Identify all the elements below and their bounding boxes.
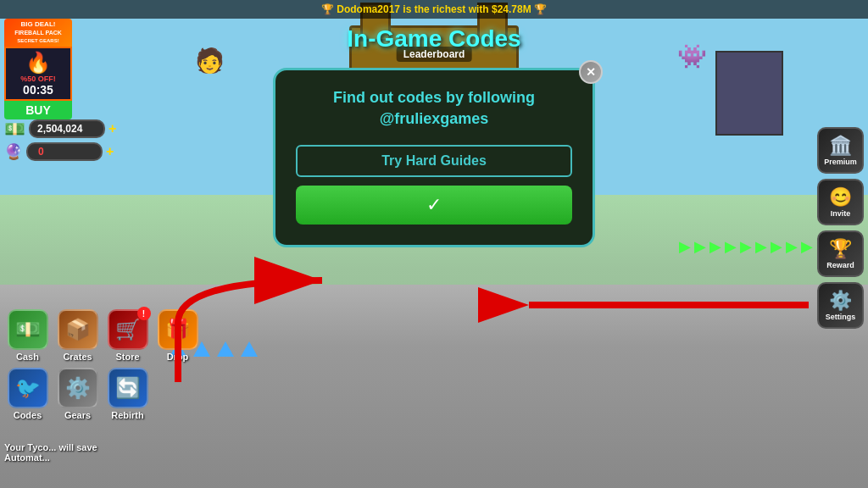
- deal-timer: 00:35: [23, 83, 53, 97]
- reward-icon: 🏆: [829, 238, 852, 260]
- codes-modal: ✕ Find out codes by following @fruliexga…: [273, 68, 595, 247]
- bottom-text-line2: Automat...: [4, 452, 97, 463]
- modal-close-button[interactable]: ✕: [579, 60, 603, 84]
- drop-button-icon: 🎁: [158, 309, 198, 350]
- arrow-2: ▶: [694, 237, 706, 256]
- crates-button[interactable]: 📦 Crates: [54, 307, 101, 362]
- store-button[interactable]: 🛒 ! Store: [104, 307, 151, 362]
- arrow-7: ▶: [771, 237, 782, 256]
- arrow-9: ▶: [801, 237, 813, 256]
- cash-row: 💵 2,504,024 +: [4, 119, 116, 139]
- drop-button-label: Drop: [167, 352, 189, 362]
- triangle-3: [217, 341, 234, 357]
- drop-button[interactable]: 🎁 Drop: [154, 307, 201, 362]
- deal-icon-area: 🔥 %50 OFF! 00:35: [4, 47, 72, 101]
- action-buttons-panel: 💵 Cash 📦 Crates 🛒 ! Store 🎁 Drop 🐦 Codes…: [4, 307, 201, 420]
- checkmark-icon: ✓: [426, 194, 442, 216]
- cash-bar: 2,504,024: [29, 119, 105, 138]
- arrow-4: ▶: [725, 237, 737, 256]
- reward-label: Reward: [826, 261, 854, 269]
- rebirth-button-label: Rebirth: [111, 410, 144, 420]
- currency-panel: 💵 2,504,024 + 🔮 0 +: [4, 119, 116, 161]
- invite-label: Invite: [831, 209, 851, 218]
- rebirth-button-icon: 🔄: [108, 368, 148, 408]
- ticker-text: 🏆 Dodoma2017 is the richest with $24.78M…: [321, 3, 547, 15]
- npc-enderman: 👾: [677, 42, 707, 70]
- arrow-6: ▶: [755, 237, 767, 256]
- codes-button-label: Codes: [14, 410, 42, 420]
- store-button-icon: 🛒 !: [108, 309, 148, 350]
- buy-button[interactable]: BUY: [4, 101, 72, 119]
- codes-button[interactable]: 🐦 Codes: [4, 365, 51, 420]
- npc-villager: 🧑: [195, 47, 225, 75]
- deal-banner: BIG DEAL! FIREBALL PACK SECRET GEARS!: [4, 19, 72, 47]
- building-right: [715, 51, 783, 136]
- bottom-text-line1: Your Tyco... will save: [4, 442, 97, 452]
- modal-description: Find out codes by following @fruliexgame…: [296, 87, 572, 130]
- reward-button[interactable]: 🏆 Reward: [817, 230, 864, 277]
- orb-value: 0: [38, 146, 44, 158]
- premium-label: Premium: [824, 158, 857, 166]
- cash-value: 2,504,024: [37, 123, 82, 135]
- invite-button[interactable]: 😊 Invite: [817, 179, 864, 225]
- crates-button-icon: 📦: [58, 309, 98, 350]
- orb-icon: 🔮: [4, 142, 23, 161]
- cash-plus-button[interactable]: +: [108, 121, 116, 136]
- code-input[interactable]: [296, 145, 572, 177]
- right-panel: 🏛️ Premium 😊 Invite 🏆 Reward ⚙️ Settings: [817, 127, 864, 329]
- arrow-3: ▶: [709, 237, 721, 256]
- gears-button-label: Gears: [64, 410, 91, 420]
- cash-button[interactable]: 💵 Cash: [4, 307, 51, 362]
- orb-row: 🔮 0 +: [4, 142, 116, 161]
- rebirth-button[interactable]: 🔄 Rebirth: [104, 365, 151, 420]
- settings-button[interactable]: ⚙️ Settings: [817, 282, 864, 329]
- orb-bar: 0: [26, 142, 103, 161]
- invite-icon: 😊: [829, 186, 852, 208]
- gears-button[interactable]: ⚙️ Gears: [54, 365, 101, 420]
- codes-button-icon: 🐦: [8, 368, 48, 408]
- arrows-decoration: ▶ ▶ ▶ ▶ ▶ ▶ ▶ ▶ ▶: [679, 237, 813, 256]
- triangle-4: [241, 341, 258, 357]
- crates-button-label: Crates: [63, 352, 92, 362]
- arrow-8: ▶: [786, 237, 798, 256]
- arrow-5: ▶: [740, 237, 752, 256]
- discount-label: %50 OFF!: [20, 75, 56, 83]
- deal-box[interactable]: BIG DEAL! FIREBALL PACK SECRET GEARS! 🔥 …: [4, 19, 72, 119]
- bottom-text: Your Tyco... will save Automat...: [4, 442, 97, 463]
- ticker-bar: 🏆 Dodoma2017 is the richest with $24.78M…: [0, 0, 868, 19]
- store-notification-badge: !: [137, 307, 151, 320]
- settings-icon: ⚙️: [829, 290, 852, 312]
- submit-code-button[interactable]: ✓: [296, 186, 572, 225]
- codes-title: In-Game Codes: [347, 25, 520, 53]
- arrow-1: ▶: [679, 237, 691, 256]
- gears-button-icon: ⚙️: [58, 368, 98, 408]
- fire-icon: 🔥: [25, 51, 51, 75]
- cash-icon: 💵: [4, 119, 25, 139]
- store-button-label: Store: [115, 352, 139, 362]
- premium-icon: 🏛️: [829, 135, 852, 157]
- cash-button-icon: 💵: [8, 309, 48, 350]
- settings-label: Settings: [826, 313, 856, 321]
- cash-button-label: Cash: [16, 352, 39, 362]
- premium-button[interactable]: 🏛️ Premium: [817, 127, 864, 174]
- orb-plus-button[interactable]: +: [106, 144, 114, 159]
